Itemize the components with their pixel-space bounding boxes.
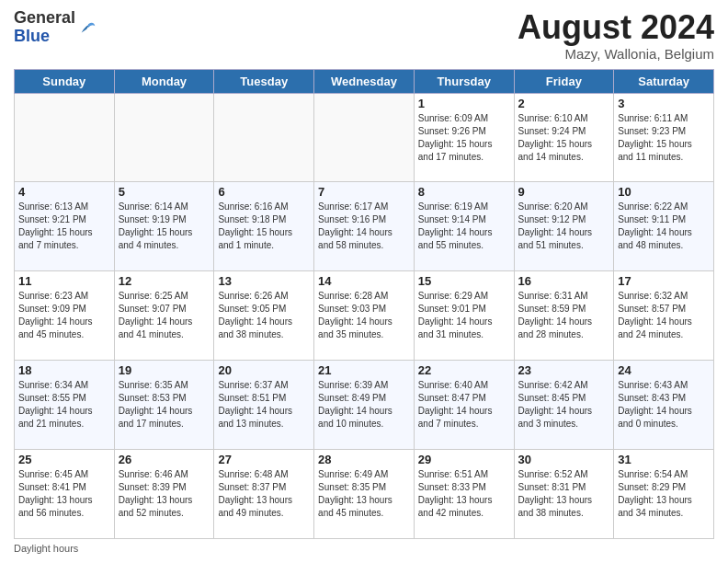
- calendar-cell: 19Sunrise: 6:35 AM Sunset: 8:53 PM Dayli…: [114, 361, 214, 450]
- day-number: 20: [218, 363, 310, 377]
- calendar-cell: 27Sunrise: 6:48 AM Sunset: 8:37 PM Dayli…: [214, 450, 314, 539]
- calendar-week-2: 4Sunrise: 6:13 AM Sunset: 9:21 PM Daylig…: [15, 182, 714, 271]
- calendar-cell: 7Sunrise: 6:17 AM Sunset: 9:16 PM Daylig…: [314, 182, 415, 271]
- calendar-cell: 21Sunrise: 6:39 AM Sunset: 8:49 PM Dayli…: [314, 361, 415, 450]
- calendar-week-5: 25Sunrise: 6:45 AM Sunset: 8:41 PM Dayli…: [15, 450, 714, 539]
- footer-note: Daylight hours: [14, 543, 714, 554]
- day-number: 6: [218, 185, 310, 199]
- col-header-saturday: Saturday: [614, 69, 714, 93]
- day-number: 13: [218, 274, 310, 288]
- day-number: 23: [518, 363, 610, 377]
- day-info: Sunrise: 6:22 AM Sunset: 9:11 PM Dayligh…: [618, 201, 710, 252]
- calendar-header-row: SundayMondayTuesdayWednesdayThursdayFrid…: [15, 69, 714, 93]
- day-info: Sunrise: 6:43 AM Sunset: 8:43 PM Dayligh…: [618, 379, 710, 431]
- calendar-cell: 6Sunrise: 6:16 AM Sunset: 9:18 PM Daylig…: [214, 182, 314, 271]
- day-number: 7: [318, 185, 410, 199]
- calendar-cell: 20Sunrise: 6:37 AM Sunset: 8:51 PM Dayli…: [214, 361, 314, 450]
- day-info: Sunrise: 6:16 AM Sunset: 9:18 PM Dayligh…: [218, 201, 310, 252]
- calendar-cell: 3Sunrise: 6:11 AM Sunset: 9:23 PM Daylig…: [614, 93, 714, 182]
- day-number: 29: [418, 453, 510, 466]
- day-info: Sunrise: 6:45 AM Sunset: 8:41 PM Dayligh…: [18, 468, 110, 520]
- day-info: Sunrise: 6:48 AM Sunset: 8:37 PM Dayligh…: [218, 468, 310, 520]
- day-info: Sunrise: 6:13 AM Sunset: 9:21 PM Dayligh…: [18, 201, 110, 252]
- day-info: Sunrise: 6:37 AM Sunset: 8:51 PM Dayligh…: [218, 379, 310, 431]
- header: General Blue August 2024 Mazy, Wallonia,…: [14, 9, 714, 62]
- day-number: 9: [518, 185, 610, 199]
- calendar-cell: 1Sunrise: 6:09 AM Sunset: 9:26 PM Daylig…: [414, 93, 514, 182]
- calendar-cell: 5Sunrise: 6:14 AM Sunset: 9:19 PM Daylig…: [114, 182, 214, 271]
- day-number: 26: [119, 453, 210, 466]
- day-number: 30: [518, 453, 610, 466]
- month-year: August 2024: [518, 9, 714, 46]
- day-number: 8: [418, 185, 510, 199]
- day-info: Sunrise: 6:34 AM Sunset: 8:55 PM Dayligh…: [18, 379, 110, 431]
- day-number: 3: [618, 97, 710, 110]
- calendar-table: SundayMondayTuesdayWednesdayThursdayFrid…: [14, 69, 714, 539]
- calendar-cell: 10Sunrise: 6:22 AM Sunset: 9:11 PM Dayli…: [614, 182, 714, 271]
- day-info: Sunrise: 6:09 AM Sunset: 9:26 PM Dayligh…: [418, 112, 510, 164]
- day-number: 5: [119, 185, 210, 199]
- col-header-tuesday: Tuesday: [214, 69, 314, 93]
- day-info: Sunrise: 6:17 AM Sunset: 9:16 PM Dayligh…: [318, 201, 410, 252]
- calendar-cell: 30Sunrise: 6:52 AM Sunset: 8:31 PM Dayli…: [514, 450, 614, 539]
- day-info: Sunrise: 6:28 AM Sunset: 9:03 PM Dayligh…: [318, 290, 410, 341]
- day-info: Sunrise: 6:40 AM Sunset: 8:47 PM Dayligh…: [418, 379, 510, 431]
- calendar-cell: 15Sunrise: 6:29 AM Sunset: 9:01 PM Dayli…: [414, 271, 514, 361]
- col-header-monday: Monday: [114, 69, 214, 93]
- calendar-cell: [214, 93, 314, 182]
- calendar-cell: 14Sunrise: 6:28 AM Sunset: 9:03 PM Dayli…: [314, 271, 415, 361]
- day-info: Sunrise: 6:25 AM Sunset: 9:07 PM Dayligh…: [119, 290, 210, 341]
- day-number: 17: [618, 274, 710, 288]
- day-info: Sunrise: 6:20 AM Sunset: 9:12 PM Dayligh…: [518, 201, 610, 252]
- day-info: Sunrise: 6:32 AM Sunset: 8:57 PM Dayligh…: [618, 290, 710, 341]
- day-number: 4: [18, 185, 110, 199]
- day-number: 14: [318, 274, 410, 288]
- day-number: 31: [618, 453, 710, 466]
- calendar-cell: 13Sunrise: 6:26 AM Sunset: 9:05 PM Dayli…: [214, 271, 314, 361]
- day-info: Sunrise: 6:51 AM Sunset: 8:33 PM Dayligh…: [418, 468, 510, 520]
- calendar-cell: 31Sunrise: 6:54 AM Sunset: 8:29 PM Dayli…: [614, 450, 714, 539]
- calendar-cell: 17Sunrise: 6:32 AM Sunset: 8:57 PM Dayli…: [614, 271, 714, 361]
- calendar-cell: 26Sunrise: 6:46 AM Sunset: 8:39 PM Dayli…: [114, 450, 214, 539]
- calendar-cell: 23Sunrise: 6:42 AM Sunset: 8:45 PM Dayli…: [514, 361, 614, 450]
- calendar-cell: 28Sunrise: 6:49 AM Sunset: 8:35 PM Dayli…: [314, 450, 415, 539]
- calendar-cell: 16Sunrise: 6:31 AM Sunset: 8:59 PM Dayli…: [514, 271, 614, 361]
- calendar-cell: 12Sunrise: 6:25 AM Sunset: 9:07 PM Dayli…: [114, 271, 214, 361]
- day-info: Sunrise: 6:29 AM Sunset: 9:01 PM Dayligh…: [418, 290, 510, 341]
- day-info: Sunrise: 6:54 AM Sunset: 8:29 PM Dayligh…: [618, 468, 710, 520]
- logo-icon: [78, 17, 98, 38]
- day-number: 24: [618, 363, 710, 377]
- day-number: 12: [119, 274, 210, 288]
- day-info: Sunrise: 6:35 AM Sunset: 8:53 PM Dayligh…: [119, 379, 210, 431]
- calendar-cell: 25Sunrise: 6:45 AM Sunset: 8:41 PM Dayli…: [15, 450, 115, 539]
- day-number: 2: [518, 97, 610, 110]
- col-header-friday: Friday: [514, 69, 614, 93]
- day-info: Sunrise: 6:31 AM Sunset: 8:59 PM Dayligh…: [518, 290, 610, 341]
- day-info: Sunrise: 6:19 AM Sunset: 9:14 PM Dayligh…: [418, 201, 510, 252]
- day-number: 21: [318, 363, 410, 377]
- day-number: 1: [418, 97, 510, 110]
- day-info: Sunrise: 6:23 AM Sunset: 9:09 PM Dayligh…: [18, 290, 110, 341]
- calendar-cell: [314, 93, 415, 182]
- day-number: 22: [418, 363, 510, 377]
- day-info: Sunrise: 6:49 AM Sunset: 8:35 PM Dayligh…: [318, 468, 410, 520]
- daylight-label: Daylight hours: [14, 543, 78, 554]
- calendar-cell: 2Sunrise: 6:10 AM Sunset: 9:24 PM Daylig…: [514, 93, 614, 182]
- calendar-cell: 9Sunrise: 6:20 AM Sunset: 9:12 PM Daylig…: [514, 182, 614, 271]
- logo: General Blue: [14, 9, 98, 46]
- day-number: 19: [119, 363, 210, 377]
- page: General Blue August 2024 Mazy, Wallonia,…: [0, 0, 728, 563]
- location: Mazy, Wallonia, Belgium: [518, 46, 714, 62]
- calendar-week-4: 18Sunrise: 6:34 AM Sunset: 8:55 PM Dayli…: [15, 361, 714, 450]
- day-number: 27: [218, 453, 310, 466]
- calendar-cell: 4Sunrise: 6:13 AM Sunset: 9:21 PM Daylig…: [15, 182, 115, 271]
- calendar-week-1: 1Sunrise: 6:09 AM Sunset: 9:26 PM Daylig…: [15, 93, 714, 182]
- day-info: Sunrise: 6:14 AM Sunset: 9:19 PM Dayligh…: [119, 201, 210, 252]
- day-info: Sunrise: 6:39 AM Sunset: 8:49 PM Dayligh…: [318, 379, 410, 431]
- col-header-thursday: Thursday: [414, 69, 514, 93]
- calendar-cell: 22Sunrise: 6:40 AM Sunset: 8:47 PM Dayli…: [414, 361, 514, 450]
- day-number: 25: [18, 453, 110, 466]
- calendar-cell: [114, 93, 214, 182]
- day-info: Sunrise: 6:10 AM Sunset: 9:24 PM Dayligh…: [518, 112, 610, 164]
- day-info: Sunrise: 6:46 AM Sunset: 8:39 PM Dayligh…: [119, 468, 210, 520]
